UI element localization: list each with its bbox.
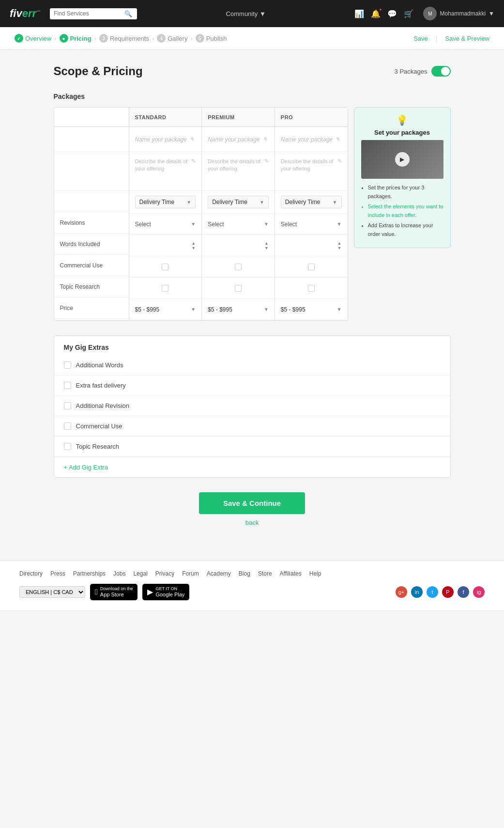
extra-item-2: Additional Revision [54,396,450,416]
extra-label-1: Extra fast delivery [76,382,126,389]
premium-revisions[interactable]: Select ▼ [202,214,275,235]
words-up[interactable]: ▲ [191,241,196,246]
toggle-switch[interactable] [431,66,451,77]
pro-price[interactable]: $5 - $995 ▼ [275,299,348,320]
add-gig-extra-button[interactable]: + Add Gig Extra [54,457,450,477]
app-store-badge[interactable]:  Download on the App Store [90,584,137,600]
social-gplus-icon[interactable]: g+ [396,586,407,598]
commercial-checkbox-prem[interactable] [235,264,242,270]
pro-topic[interactable] [275,278,348,299]
footer-link-jobs[interactable]: Jobs [113,570,125,577]
language-select[interactable]: ENGLISH | C$ CAD [19,586,85,598]
edit-icon-pro[interactable]: ✎ [336,136,340,142]
words-down-prem[interactable]: ▼ [264,246,269,250]
topic-checkbox-prem[interactable] [235,285,242,292]
premium-desc[interactable]: Describe the details of your offering ✎ [202,152,275,191]
header-user[interactable]: M Mohammadmakki ▼ [423,7,494,20]
google-play-label: GET IT ON Google Play [155,586,184,598]
edit-icon-desc-prem[interactable]: ✎ [264,158,269,164]
breadcrumb-overview[interactable]: ✓ Overview [15,34,51,43]
topic-checkbox-standard[interactable] [162,285,168,292]
tip-title: Set your packages [361,129,443,136]
words-down[interactable]: ▼ [191,246,196,250]
footer-link-press[interactable]: Press [50,570,65,577]
price-row-label: Price [54,297,129,319]
search-icon: 🔍 [124,10,132,17]
extra-checkbox-4[interactable] [64,443,71,450]
edit-icon[interactable]: ✎ [190,136,194,142]
standard-delivery[interactable]: Delivery Time ▼ [129,191,202,214]
standard-topic[interactable] [129,278,202,299]
nav-community[interactable]: Community ▼ [226,10,266,17]
pro-commercial[interactable] [275,256,348,278]
edit-icon-desc[interactable]: ✎ [191,158,196,164]
footer-link-help[interactable]: Help [309,570,321,577]
premium-words[interactable]: ▲ ▼ [202,235,275,256]
premium-price[interactable]: $5 - $995 ▼ [202,299,275,320]
standard-commercial[interactable] [129,256,202,278]
google-play-badge[interactable]: ▶ GET IT ON Google Play [142,584,189,600]
breadcrumb-pricing[interactable]: ● Pricing [60,34,92,43]
premium-delivery[interactable]: Delivery Time ▼ [202,191,275,214]
social-linkedin-icon[interactable]: in [411,586,423,598]
back-link[interactable]: back [54,519,451,526]
edit-icon-prem[interactable]: ✎ [263,136,267,142]
footer-link-forum[interactable]: Forum [182,570,199,577]
breadcrumb-requirements[interactable]: 3 Requirements [99,34,149,43]
premium-commercial[interactable] [202,256,275,278]
extra-checkbox-3[interactable] [64,422,71,430]
premium-topic[interactable] [202,278,275,299]
social-pinterest-icon[interactable]: P [442,586,454,598]
social-instagram-icon[interactable]: ig [473,586,485,598]
search-bar[interactable]: 🔍 [50,8,137,19]
footer-link-directory[interactable]: Directory [19,570,43,577]
extra-checkbox-1[interactable] [64,382,71,389]
commercial-checkbox-pro[interactable] [308,264,315,270]
footer-link-academy[interactable]: Academy [207,570,231,577]
pro-delivery[interactable]: Delivery Time ▼ [275,191,348,214]
standard-price[interactable]: $5 - $995 ▼ [129,299,202,320]
social-twitter-icon[interactable]: t [427,586,438,598]
footer-link-partnerships[interactable]: Partnerships [73,570,106,577]
premium-name[interactable]: Name your package ✎ [202,127,275,152]
cart-icon[interactable]: 🛒 [404,9,413,18]
footer-link-blog[interactable]: Blog [239,570,250,577]
notifications-icon[interactable]: 🔔● [371,9,381,18]
breadcrumb-publish[interactable]: 5 Publish [196,34,227,43]
search-input[interactable] [54,10,122,17]
topic-checkbox-pro[interactable] [308,285,315,292]
breadcrumb-gallery[interactable]: 4 Gallery [157,34,187,43]
pro-desc[interactable]: Describe the details of your offering ✎ [275,152,348,191]
extra-checkbox-2[interactable] [64,402,71,409]
premium-header: PREMIUM [202,108,275,127]
pro-words[interactable]: ▲ ▼ [275,235,348,256]
extra-checkbox-0[interactable] [64,361,71,369]
words-down-pro[interactable]: ▼ [337,246,342,250]
logo[interactable]: fiverr™ [10,7,40,20]
messages-icon[interactable]: 💬 [387,9,397,18]
footer-link-affiliates[interactable]: Affiliates [280,570,302,577]
standard-desc[interactable]: Describe the details of your offering ✎ [129,152,202,191]
app-store-label: Download on the App Store [100,586,133,598]
save-continue-button[interactable]: Save & Continue [199,492,305,514]
standard-revisions[interactable]: Select ▼ [129,214,202,235]
standard-words[interactable]: ▲ ▼ [129,235,202,256]
footer-link-legal[interactable]: Legal [133,570,147,577]
sep3: › [152,35,154,42]
pro-revisions[interactable]: Select ▼ [275,214,348,235]
pro-name[interactable]: Name your package ✎ [275,127,348,152]
delivery-row-label [54,191,129,212]
words-up-prem[interactable]: ▲ [264,241,269,246]
save-preview-button[interactable]: Save & Preview [445,35,489,42]
edit-icon-desc-pro[interactable]: ✎ [337,158,342,164]
commercial-checkbox-standard[interactable] [162,264,168,270]
footer-link-store[interactable]: Store [258,570,272,577]
social-facebook-icon[interactable]: f [458,586,469,598]
footer-link-privacy[interactable]: Privacy [155,570,174,577]
standard-name[interactable]: Name your package ✎ [129,127,202,152]
stats-icon[interactable]: 📊 [354,9,364,18]
play-button[interactable]: ▶ [395,152,410,167]
save-button[interactable]: Save [413,35,428,42]
tip-video[interactable]: ▶ [361,140,443,179]
words-up-pro[interactable]: ▲ [337,241,342,246]
